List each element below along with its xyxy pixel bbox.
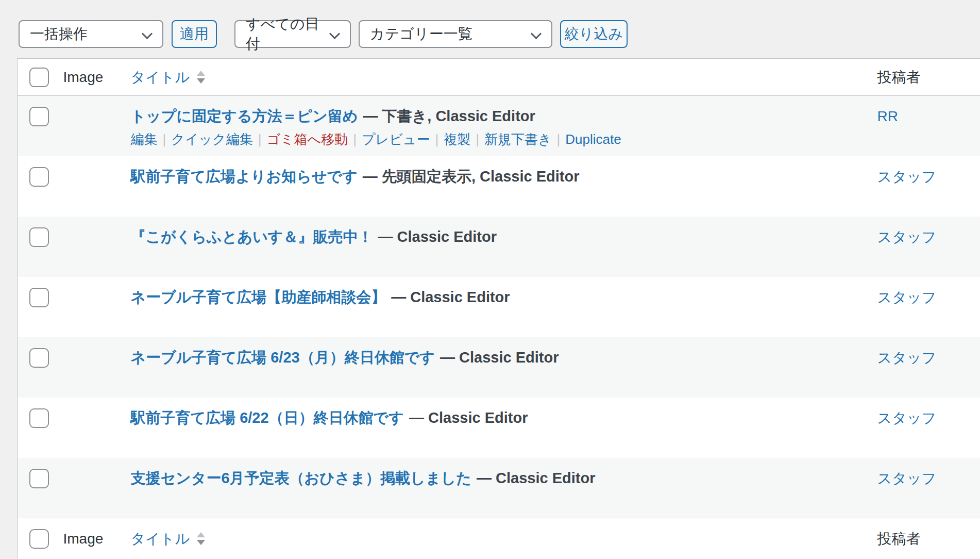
author-link[interactable]: スタッフ [877, 229, 937, 245]
sort-desc-icon [197, 78, 205, 84]
post-title-link[interactable]: トップに固定する方法＝ピン留め [130, 108, 358, 124]
post-state: — Classic Editor [409, 409, 528, 426]
chevron-down-icon [329, 28, 340, 39]
row-image-cell [63, 96, 130, 156]
action-separator: | [557, 131, 561, 147]
table-row: 駅前子育て広場よりお知らせです— 先頭固定表示, Classic Editorス… [18, 156, 980, 217]
row-image-cell [63, 156, 130, 217]
post-state: — Classic Editor [378, 228, 497, 245]
column-header-author: 投稿者 [877, 69, 921, 85]
table-row: ネーブル子育て広場【助産師相談会】— Classic Editorスタッフ [18, 277, 980, 337]
filter-button[interactable]: 絞り込み [560, 20, 628, 48]
post-title-link[interactable]: 駅前子育て広場よりお知らせです [130, 168, 357, 185]
author-link[interactable]: スタッフ [877, 169, 937, 185]
row-image-cell [63, 337, 130, 398]
table-row: トップに固定する方法＝ピン留め— 下書き, Classic Editor編集|ク… [18, 96, 980, 156]
row-action-link[interactable]: Duplicate [565, 131, 621, 147]
row-action-link[interactable]: 新規下書き [484, 131, 552, 147]
post-state: — Classic Editor [477, 470, 595, 486]
table-header: Image タイトル 投稿者 [18, 59, 980, 96]
table-body: トップに固定する方法＝ピン留め— 下書き, Classic Editor編集|ク… [18, 96, 980, 518]
table-footer: Image タイトル 投稿者 [18, 518, 980, 559]
row-checkbox[interactable] [29, 408, 49, 428]
trash-action-link[interactable]: ゴミ箱へ移動 [266, 131, 348, 147]
post-title-link[interactable]: ネーブル子育て広場 6/23（月）終日休館です [130, 349, 435, 366]
row-checkbox[interactable] [29, 107, 49, 126]
action-separator: | [258, 131, 262, 147]
action-separator: | [435, 131, 438, 147]
table-row: 支援センター6月予定表（おひさま）掲載しました— Classic Editorス… [18, 458, 980, 518]
post-state: — Classic Editor [440, 349, 559, 366]
bulk-action-select[interactable]: 一括操作 [19, 20, 163, 48]
sort-asc-icon [197, 71, 205, 76]
post-state: — Classic Editor [391, 289, 510, 305]
posts-list-page: 一括操作 適用 すべての日付 カテゴリー一覧 絞り込み Image タイトル [0, 0, 980, 559]
category-filter-select-value: カテゴリー一覧 [370, 24, 472, 44]
author-link[interactable]: スタッフ [877, 289, 937, 305]
bulk-action-select-value: 一括操作 [30, 24, 88, 44]
table-row: ネーブル子育て広場 6/23（月）終日休館です— Classic Editorス… [18, 337, 980, 398]
row-checkbox[interactable] [29, 288, 49, 307]
row-image-cell [63, 398, 130, 458]
row-action-link[interactable]: 編集 [130, 131, 157, 147]
action-separator: | [162, 131, 166, 147]
table-row: 駅前子育て広場 6/22（日）終日休館です— Classic Editorスタッ… [18, 398, 980, 458]
footer-column-image: Image [63, 531, 103, 547]
sort-indicator-icon [197, 532, 205, 545]
action-separator: | [353, 131, 357, 147]
row-image-cell [63, 458, 130, 518]
row-actions: 編集|クイック編集|ゴミ箱へ移動|プレビュー|複製|新規下書き|Duplicat… [130, 131, 877, 147]
row-checkbox[interactable] [29, 469, 49, 488]
apply-button[interactable]: 適用 [172, 20, 217, 48]
row-checkbox[interactable] [29, 348, 49, 368]
sort-indicator-icon [197, 71, 205, 84]
table-header-row: Image タイトル 投稿者 [18, 59, 980, 96]
row-action-link[interactable]: 複製 [444, 131, 470, 147]
author-link[interactable]: RR [877, 108, 898, 124]
footer-column-title-sort[interactable]: タイトル [130, 529, 205, 549]
row-image-cell [63, 217, 130, 277]
column-header-title-sort[interactable]: タイトル [130, 68, 205, 87]
select-all-checkbox-footer[interactable] [29, 529, 49, 549]
list-toolbar: 一括操作 適用 すべての日付 カテゴリー一覧 絞り込み [0, 0, 980, 58]
author-link[interactable]: スタッフ [877, 410, 937, 426]
sort-desc-icon [197, 540, 205, 545]
select-all-checkbox[interactable] [29, 68, 49, 87]
post-title-link[interactable]: 駅前子育て広場 6/22（日）終日休館です [130, 409, 404, 426]
column-header-image: Image [63, 69, 103, 85]
date-filter-select-value: すべての日付 [246, 14, 323, 54]
row-action-link[interactable]: クイック編集 [171, 131, 252, 147]
author-link[interactable]: スタッフ [877, 350, 937, 366]
post-title-link[interactable]: 『こがくらふとあいす＆』販売中！ [130, 228, 373, 245]
row-action-link[interactable]: プレビュー [362, 131, 430, 147]
post-title-link[interactable]: ネーブル子育て広場【助産師相談会】 [130, 289, 386, 305]
chevron-down-icon [531, 28, 542, 39]
sort-asc-icon [197, 532, 205, 537]
post-title-link[interactable]: 支援センター6月予定表（おひさま）掲載しました [130, 470, 471, 486]
row-checkbox[interactable] [29, 227, 49, 247]
row-image-cell [63, 277, 130, 337]
date-filter-select[interactable]: すべての日付 [234, 20, 351, 48]
post-state: — 下書き, Classic Editor [363, 108, 535, 124]
post-state: — 先頭固定表示, Classic Editor [363, 168, 580, 185]
posts-table: Image タイトル 投稿者 トップに固定する方法＝ピン留め— 下書き, Cla… [17, 58, 980, 559]
action-separator: | [476, 131, 479, 147]
category-filter-select[interactable]: カテゴリー一覧 [359, 20, 552, 48]
row-checkbox[interactable] [29, 167, 49, 187]
table-footer-row: Image タイトル 投稿者 [18, 518, 980, 559]
chevron-down-icon [142, 28, 153, 39]
table-row: 『こがくらふとあいす＆』販売中！— Classic Editorスタッフ [18, 217, 980, 277]
author-link[interactable]: スタッフ [877, 470, 937, 486]
footer-column-author: 投稿者 [877, 531, 921, 547]
